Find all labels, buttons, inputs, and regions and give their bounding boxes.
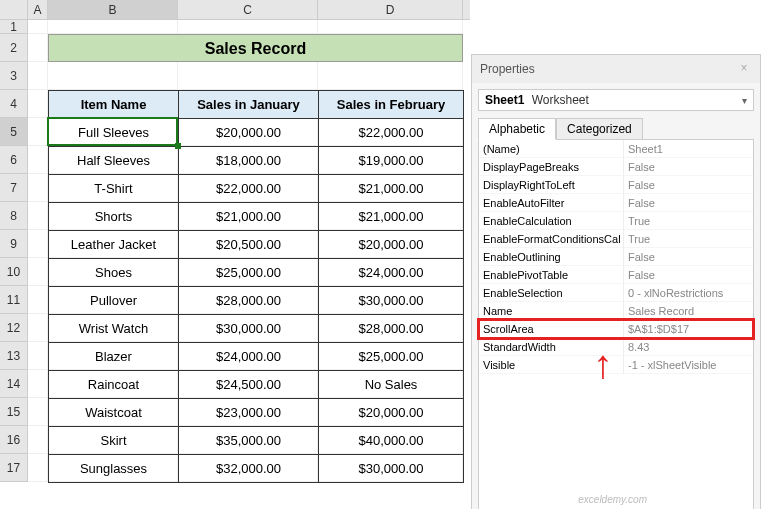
table-cell[interactable]: Wrist Watch	[49, 315, 179, 343]
property-value[interactable]: Sales Record	[624, 302, 753, 320]
table-cell[interactable]: T-Shirt	[49, 175, 179, 203]
table-cell[interactable]: Blazer	[49, 343, 179, 371]
property-row[interactable]: EnableCalculationTrue	[479, 212, 753, 230]
table-cell[interactable]: $28,000.00	[179, 287, 319, 315]
property-value[interactable]: 8.43	[624, 338, 753, 356]
property-value[interactable]: False	[624, 194, 753, 212]
table-row: Shoes$25,000.00$24,000.00	[49, 259, 464, 287]
table-cell[interactable]: $22,000.00	[179, 175, 319, 203]
table-cell[interactable]: $28,000.00	[319, 315, 464, 343]
table-cell[interactable]: $21,000.00	[319, 175, 464, 203]
properties-grid[interactable]: (Name)Sheet1DisplayPageBreaksFalseDispla…	[478, 139, 754, 509]
row-header-1[interactable]: 1	[0, 20, 28, 34]
row-header-17[interactable]: 17	[0, 454, 28, 482]
table-cell[interactable]: $35,000.00	[179, 427, 319, 455]
property-row[interactable]: EnableFormatConditionsCalTrue	[479, 230, 753, 248]
table-cell[interactable]: $19,000.00	[319, 147, 464, 175]
row-header-14[interactable]: 14	[0, 370, 28, 398]
table-cell[interactable]: $24,000.00	[319, 259, 464, 287]
col-header-D[interactable]: D	[318, 0, 463, 19]
table-cell[interactable]: $25,000.00	[179, 259, 319, 287]
table-cell[interactable]: $40,000.00	[319, 427, 464, 455]
col-header-A[interactable]: A	[28, 0, 48, 19]
table-cell[interactable]: $30,000.00	[319, 455, 464, 483]
properties-titlebar: Properties ×	[472, 55, 760, 83]
fill-handle[interactable]	[175, 143, 181, 149]
table-cell[interactable]: $32,000.00	[179, 455, 319, 483]
table-cell[interactable]: $20,500.00	[179, 231, 319, 259]
row-header-9[interactable]: 9	[0, 230, 28, 258]
table-cell[interactable]: $21,000.00	[319, 203, 464, 231]
property-value[interactable]: False	[624, 266, 753, 284]
row-header-4[interactable]: 4	[0, 90, 28, 118]
table-cell[interactable]: $18,000.00	[179, 147, 319, 175]
property-key: EnableOutlining	[479, 248, 624, 266]
property-row[interactable]: StandardWidth8.43	[479, 338, 753, 356]
table-cell[interactable]: Shoes	[49, 259, 179, 287]
row-header-13[interactable]: 13	[0, 342, 28, 370]
row-header-6[interactable]: 6	[0, 146, 28, 174]
property-value[interactable]: -1 - xlSheetVisible	[624, 356, 753, 374]
select-all-corner[interactable]	[0, 0, 28, 19]
tab-alphabetic[interactable]: Alphabetic	[478, 118, 556, 140]
table-cell[interactable]: No Sales	[319, 371, 464, 399]
property-value[interactable]: True	[624, 212, 753, 230]
table-cell[interactable]: Full Sleeves	[49, 119, 179, 147]
table-cell[interactable]: Skirt	[49, 427, 179, 455]
property-row[interactable]: EnablePivotTableFalse	[479, 266, 753, 284]
table-cell[interactable]: Raincoat	[49, 371, 179, 399]
close-icon[interactable]: ×	[736, 61, 752, 77]
property-value[interactable]: True	[624, 230, 753, 248]
table-cell[interactable]: Waistcoat	[49, 399, 179, 427]
property-row[interactable]: NameSales Record	[479, 302, 753, 320]
property-value[interactable]: Sheet1	[624, 140, 753, 158]
table-cell[interactable]: Leather Jacket	[49, 231, 179, 259]
property-value[interactable]: $A$1:$D$17	[624, 320, 753, 338]
col-header-C[interactable]: C	[178, 0, 318, 19]
table-cell[interactable]: $25,000.00	[319, 343, 464, 371]
row-header-3[interactable]: 3	[0, 62, 28, 90]
property-value[interactable]: 0 - xlNoRestrictions	[624, 284, 753, 302]
row-header-2[interactable]: 2	[0, 34, 28, 62]
row-header-8[interactable]: 8	[0, 202, 28, 230]
table-cell[interactable]: Pullover	[49, 287, 179, 315]
table-cell[interactable]: $23,000.00	[179, 399, 319, 427]
property-row[interactable]: EnableSelection0 - xlNoRestrictions	[479, 284, 753, 302]
table-row: Pullover$28,000.00$30,000.00	[49, 287, 464, 315]
property-row[interactable]: EnableAutoFilterFalse	[479, 194, 753, 212]
property-row[interactable]: (Name)Sheet1	[479, 140, 753, 158]
table-cell[interactable]: $20,000.00	[179, 119, 319, 147]
row-header-12[interactable]: 12	[0, 314, 28, 342]
row-header-5[interactable]: 5	[0, 118, 28, 146]
table-cell[interactable]: $24,500.00	[179, 371, 319, 399]
property-row[interactable]: DisplayRightToLeftFalse	[479, 176, 753, 194]
property-row[interactable]: DisplayPageBreaksFalse	[479, 158, 753, 176]
property-value[interactable]: False	[624, 248, 753, 266]
table-cell[interactable]: $30,000.00	[179, 315, 319, 343]
object-selector[interactable]: Sheet1 Worksheet ▾	[478, 89, 754, 111]
table-cell[interactable]: Shorts	[49, 203, 179, 231]
row-header-10[interactable]: 10	[0, 258, 28, 286]
table-cell[interactable]: $24,000.00	[179, 343, 319, 371]
tab-categorized[interactable]: Categorized	[556, 118, 643, 140]
property-row[interactable]: ScrollArea$A$1:$D$17	[479, 320, 753, 338]
property-row[interactable]: Visible-1 - xlSheetVisible	[479, 356, 753, 374]
table-cell[interactable]: $21,000.00	[179, 203, 319, 231]
row-header-7[interactable]: 7	[0, 174, 28, 202]
row-header-15[interactable]: 15	[0, 398, 28, 426]
table-cell[interactable]: $20,000.00	[319, 399, 464, 427]
table-cell[interactable]: Half Sleeves	[49, 147, 179, 175]
col-header-B[interactable]: B	[48, 0, 178, 19]
property-key: EnableFormatConditionsCal	[479, 230, 624, 248]
property-value[interactable]: False	[624, 176, 753, 194]
property-row[interactable]: EnableOutliningFalse	[479, 248, 753, 266]
properties-title-label: Properties	[480, 62, 535, 76]
chevron-down-icon[interactable]: ▾	[742, 95, 747, 106]
table-cell[interactable]: Sunglasses	[49, 455, 179, 483]
property-value[interactable]: False	[624, 158, 753, 176]
table-cell[interactable]: $30,000.00	[319, 287, 464, 315]
row-header-16[interactable]: 16	[0, 426, 28, 454]
table-cell[interactable]: $22,000.00	[319, 119, 464, 147]
table-cell[interactable]: $20,000.00	[319, 231, 464, 259]
row-header-11[interactable]: 11	[0, 286, 28, 314]
